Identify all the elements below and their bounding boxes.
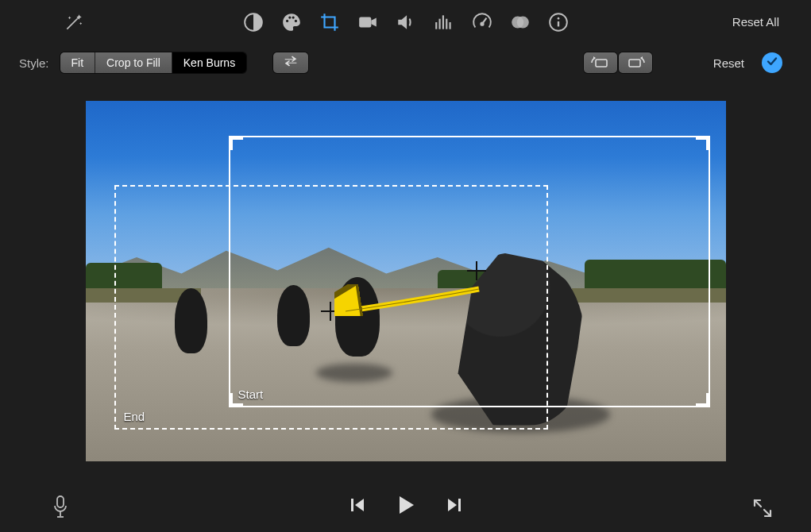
apply-button[interactable]	[762, 52, 782, 73]
microphone-icon	[51, 507, 70, 521]
svg-rect-16	[458, 499, 461, 511]
rotate-ccw-button[interactable]	[584, 52, 617, 73]
svg-rect-5	[446, 18, 447, 29]
motion-arrow-icon	[334, 284, 484, 316]
style-option-ken-burns[interactable]: Ken Burns	[172, 52, 246, 73]
svg-rect-12	[596, 60, 607, 67]
voiceover-record-button[interactable]	[51, 495, 70, 522]
style-option-fit[interactable]: Fit	[60, 52, 96, 73]
style-option-crop-to-fill[interactable]: Crop to Fill	[95, 52, 172, 73]
info-icon[interactable]	[548, 12, 569, 33]
start-center-crosshair-icon	[467, 261, 486, 280]
checkmark-icon	[766, 55, 778, 71]
contrast-icon[interactable]	[243, 12, 264, 33]
style-label: Style:	[19, 56, 49, 70]
equalizer-icon[interactable]	[434, 12, 454, 33]
camera-icon[interactable]	[357, 12, 378, 33]
previous-frame-button[interactable]	[349, 496, 366, 517]
volume-icon[interactable]	[396, 12, 416, 33]
rotate-cw-icon	[625, 56, 646, 70]
fullscreen-icon	[752, 507, 773, 521]
overlap-circles-icon[interactable]	[510, 12, 531, 33]
reset-all-button[interactable]: Reset All	[732, 15, 779, 29]
svg-rect-3	[438, 18, 440, 29]
svg-rect-13	[629, 60, 640, 67]
crop-icon[interactable]	[319, 12, 340, 33]
magic-wand-icon[interactable]	[64, 12, 84, 33]
svg-rect-2	[435, 22, 437, 29]
swap-arrows-icon	[282, 55, 299, 71]
rotate-ccw-icon	[590, 56, 611, 70]
previous-frame-icon	[349, 503, 366, 516]
svg-rect-1	[359, 17, 371, 27]
svg-point-11	[557, 17, 559, 19]
svg-rect-14	[57, 496, 64, 507]
speedometer-icon[interactable]	[472, 12, 492, 33]
play-icon	[395, 505, 417, 519]
svg-point-9	[516, 16, 528, 28]
reset-button[interactable]: Reset	[713, 56, 744, 70]
rotate-cw-button[interactable]	[619, 52, 652, 73]
end-frame-label: End	[124, 410, 145, 423]
play-button[interactable]	[395, 494, 417, 519]
fullscreen-button[interactable]	[752, 498, 773, 522]
preview-viewer[interactable]: End Start	[86, 101, 726, 461]
svg-rect-6	[449, 22, 450, 29]
next-frame-button[interactable]	[446, 496, 463, 517]
svg-rect-4	[442, 15, 443, 29]
color-palette-icon[interactable]	[281, 12, 302, 33]
next-frame-icon	[446, 503, 463, 516]
style-segmented-control: Fit Crop to Fill Ken Burns	[60, 52, 247, 73]
svg-rect-15	[351, 499, 353, 511]
svg-point-7	[481, 22, 483, 25]
swap-start-end-button[interactable]	[273, 52, 308, 73]
start-frame-label: Start	[238, 387, 264, 401]
